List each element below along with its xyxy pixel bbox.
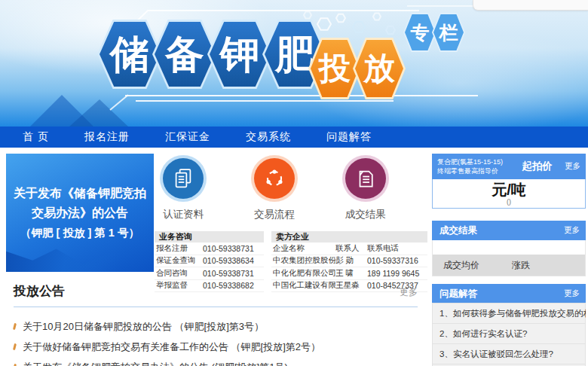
avg-price-label: 成交均价	[433, 259, 512, 272]
price-subtitle-line2: 终端零售最高指导价	[437, 166, 510, 175]
qa-list: 1、如何获得参与储备钾肥投放交易的权限? 2、如何进行实名认证? 3、实名认证被…	[432, 303, 586, 366]
company-name: 中农集团控股股份有限公司	[273, 255, 335, 266]
banner-char: 钾	[220, 35, 259, 74]
banner-title-sub: 投 放	[317, 38, 406, 99]
banner-title-tag: 专 栏	[408, 13, 465, 52]
banner-char: 放	[363, 53, 395, 84]
quick-link-label: 成交结果	[345, 208, 386, 221]
banner-hexagon-tag: 栏	[432, 13, 465, 52]
qa-item[interactable]: 1、如何获得参与储备钾肥投放交易的权限?	[432, 303, 586, 324]
banner: 储 备 钾 肥 投 放 专 栏	[0, 0, 588, 127]
qa-item[interactable]: 3、实名认证被驳回怎么处理?	[432, 343, 586, 364]
price-note: ()	[507, 198, 511, 206]
contact-person: 彭 勋	[335, 255, 367, 266]
banner-char: 储	[110, 35, 149, 74]
quick-link-results[interactable]: 成交结果	[336, 154, 394, 221]
right-column: 复合肥(氯基15-15-15) 终端零售最高指导价 起拍价 更多 元/吨 () …	[432, 154, 586, 366]
price-subtitle: 复合肥(氯基15-15-15) 终端零售最高指导价	[437, 157, 510, 175]
notice-card[interactable]: 关于发布《储备钾肥竞拍 交易办法》的公告 （钾肥 [ 投放 ] 第 1 号）	[6, 154, 154, 272]
table-row: 报名注册 010-59338731	[155, 242, 264, 255]
nav-item[interactable]: 首 页	[23, 130, 49, 144]
quick-link-certification[interactable]: 认证资料	[155, 154, 213, 221]
banner-char: 肥	[275, 35, 314, 74]
announcements-section: 投放公告 更多 关于10月20日储备钾肥投放的公告 （钾肥[投放]第3号） 关于…	[0, 275, 431, 366]
contact-phone: 010-59338731	[203, 244, 262, 253]
middle-section: 认证资料 交易流程	[155, 154, 427, 292]
price-unit: 元/吨	[492, 181, 526, 198]
main-content: 关于发布《储备钾肥竞拍 交易办法》的公告 （钾肥 [ 投放 ] 第 1 号）	[0, 148, 588, 366]
col-company: 企业名称	[273, 243, 335, 254]
price-panel-title: 起拍价	[510, 160, 565, 173]
nav-item[interactable]: 交易系统	[246, 130, 291, 144]
main-nav: 首 页 报名注册 汇保证金 交易系统 问题解答	[0, 127, 588, 148]
documents-icon	[163, 158, 204, 199]
bullet-icon	[13, 343, 17, 350]
announcements-header: 投放公告 更多	[14, 282, 418, 300]
banner-char: 备	[165, 35, 204, 74]
result-body: 成交均价 涨跌	[432, 240, 586, 276]
quick-links: 认证资料 交易流程	[155, 154, 427, 221]
result-panel-title: 成交结果	[439, 224, 564, 237]
divider	[14, 307, 418, 307]
tooltip-artifact	[473, 0, 588, 11]
qa-panel-header: 问题解答 更多	[432, 284, 586, 303]
announcement-text: 关于发布《储备钾肥竞拍交易办法》的公告 (钾肥[投放]第1号)	[23, 361, 288, 366]
price-subtitle-line1: 复合肥(氯基15-15-15)	[437, 157, 510, 166]
qa-more-link[interactable]: 更多	[564, 288, 580, 299]
share-icon	[254, 158, 295, 199]
table-row: 保证金查询 010-59338634	[155, 255, 264, 268]
quick-link-label: 交易流程	[254, 208, 295, 221]
announcement-item[interactable]: 关于做好储备钾肥竞拍交易有关准备工作的公告 （钾肥[投放]第2号）	[14, 337, 418, 357]
table-header: 业务咨询	[155, 231, 264, 242]
qa-panel: 问题解答 更多 1、如何获得参与储备钾肥投放交易的权限? 2、如何进行实名认证?…	[432, 284, 586, 366]
qa-panel-title: 问题解答	[439, 288, 564, 300]
notice-line3: （钾肥 [ 投放 ] 第 1 号）	[20, 223, 139, 242]
result-summary-row: 成交均价 涨跌	[433, 255, 585, 276]
quick-link-process[interactable]: 交易流程	[246, 154, 304, 221]
banner-char: 投	[319, 53, 351, 84]
table-subheader-row: 企业名称 联系人 联系电话	[271, 242, 427, 255]
qa-item[interactable]: 2、如何进行实名认证?	[432, 323, 586, 344]
banner-hexagon-tag: 专	[403, 13, 436, 52]
nav-item[interactable]: 报名注册	[84, 130, 130, 144]
result-empty-row	[433, 240, 585, 255]
bullet-icon	[13, 323, 17, 330]
change-label: 涨跌	[512, 259, 530, 272]
quick-link-label: 认证资料	[163, 208, 204, 221]
col-contact: 联系人	[335, 243, 367, 254]
result-panel-header: 成交结果 更多	[432, 221, 586, 240]
price-panel: 复合肥(氯基15-15-15) 终端零售最高指导价 起拍价 更多 元/吨 ()	[432, 154, 586, 209]
notice-line2: 交易办法》的公告	[32, 203, 128, 223]
nav-item[interactable]: 问题解答	[326, 130, 372, 144]
contact-label: 保证金查询	[156, 255, 203, 266]
report-icon	[345, 158, 386, 199]
announcement-text: 关于做好储备钾肥竞拍交易有关准备工作的公告 （钾肥[投放]第2号）	[23, 340, 320, 354]
banner-char: 栏	[439, 23, 458, 42]
notice-line1: 关于发布《储备钾肥竞拍	[14, 184, 146, 203]
contact-phone: 010-59338634	[203, 256, 262, 265]
announcement-text: 关于10月20日储备钾肥投放的公告 （钾肥[投放]第3号）	[23, 320, 264, 334]
announcement-item[interactable]: 关于发布《储备钾肥竞拍交易办法》的公告 (钾肥[投放]第1号)	[14, 357, 418, 366]
nav-item[interactable]: 汇保证金	[165, 130, 210, 144]
banner-title-main: 储 备 钾 肥	[107, 20, 327, 89]
table-row: 中农集团控股股份有限公司 彭 勋 010-59337316	[271, 255, 427, 268]
result-panel: 成交结果 更多 成交均价 涨跌	[432, 221, 586, 276]
price-panel-header: 复合肥(氯基15-15-15) 终端零售最高指导价 起拍价 更多	[432, 154, 586, 179]
result-more-link[interactable]: 更多	[564, 225, 580, 236]
announcement-item[interactable]: 关于10月20日储备钾肥投放的公告 （钾肥[投放]第3号）	[14, 316, 418, 337]
price-more-link[interactable]: 更多	[565, 161, 580, 172]
col-phone: 联系电话	[367, 243, 426, 254]
banner-hexagon-orange: 放	[353, 38, 406, 99]
page: 储 备 钾 肥 投 放 专 栏 首 页 报名注册 汇保证金 交易系统 问题解答	[0, 0, 588, 366]
contact-phone: 010-59337316	[367, 256, 426, 265]
announcements-title: 投放公告	[14, 282, 65, 300]
banner-char: 专	[411, 23, 430, 42]
announcement-list: 关于10月20日储备钾肥投放的公告 （钾肥[投放]第3号） 关于做好储备钾肥竞拍…	[14, 316, 418, 366]
contact-label: 报名注册	[156, 243, 203, 254]
price-body: 元/吨 ()	[432, 179, 586, 209]
table-header: 卖方企业	[271, 231, 427, 242]
announcements-more-link[interactable]: 更多	[400, 286, 418, 299]
